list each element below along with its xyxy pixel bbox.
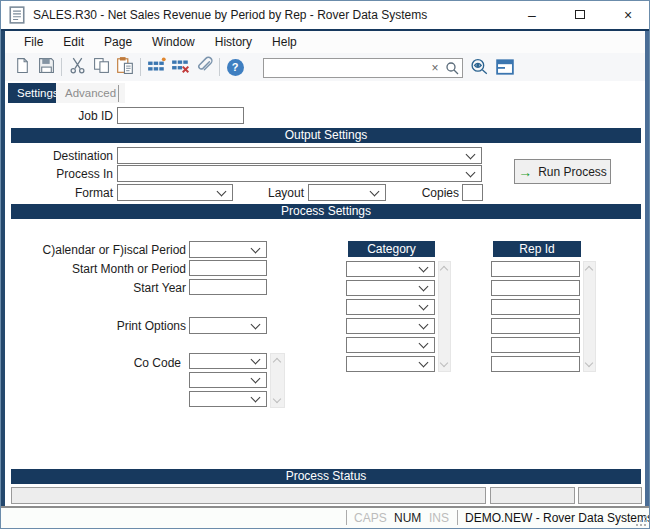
chevron-down-icon xyxy=(370,186,380,196)
chevron-down-icon xyxy=(419,282,429,292)
rep-id-input-5[interactable] xyxy=(491,337,580,353)
scroll-up-icon[interactable] xyxy=(584,266,592,274)
ins-indicator: INS xyxy=(429,506,449,529)
rep-id-input-2[interactable] xyxy=(491,280,580,296)
new-document-button[interactable] xyxy=(10,56,34,78)
category-select-3[interactable] xyxy=(346,299,435,315)
chevron-down-icon xyxy=(251,319,261,329)
statusbar-separator xyxy=(346,510,347,525)
job-id-label: Job ID xyxy=(31,109,113,124)
save-button[interactable] xyxy=(34,56,58,78)
category-select-5[interactable] xyxy=(346,337,435,353)
rep-id-input-3[interactable] xyxy=(491,299,580,315)
category-scrollbar[interactable] xyxy=(438,261,451,372)
cut-scissors-icon xyxy=(69,57,86,78)
num-indicator: NUM xyxy=(394,506,421,529)
print-options-select[interactable] xyxy=(189,317,267,334)
caps-indicator: CAPS xyxy=(354,506,387,529)
co-code-scrollbar[interactable] xyxy=(270,353,285,408)
lookup-eye-button[interactable] xyxy=(469,57,489,80)
menu-history[interactable]: History xyxy=(205,31,262,53)
window-layout-button[interactable] xyxy=(496,59,514,79)
statusbar-context: DEMO.NEW - Rover Data Systems xyxy=(465,506,650,529)
titlebar[interactable]: SALES.R30 - Net Sales Revenue by Period … xyxy=(1,1,650,29)
tab-advanced[interactable]: Advanced xyxy=(56,83,125,103)
start-month-label: Start Month or Period xyxy=(21,262,186,277)
run-arrow-icon: → xyxy=(518,165,532,179)
help-icon: ? xyxy=(227,59,244,76)
cut-button[interactable] xyxy=(65,56,89,78)
app-document-icon xyxy=(9,6,25,28)
scroll-down-icon[interactable] xyxy=(272,395,280,403)
maximize-button[interactable] xyxy=(557,1,603,29)
destination-label: Destination xyxy=(31,149,113,164)
category-select-2[interactable] xyxy=(346,280,435,296)
insert-row-button[interactable] xyxy=(144,56,168,78)
chevron-down-icon xyxy=(419,301,429,311)
resize-grip[interactable] xyxy=(635,513,647,525)
co-code-select-1[interactable] xyxy=(189,353,267,369)
rep-id-input-6[interactable] xyxy=(491,356,580,372)
rep-id-input-1[interactable] xyxy=(491,261,580,277)
print-options-label: Print Options xyxy=(21,319,186,334)
chevron-down-icon xyxy=(466,167,476,177)
attachment-button[interactable] xyxy=(192,56,216,78)
run-process-label: Run Process xyxy=(538,165,607,179)
category-select-4[interactable] xyxy=(346,318,435,334)
search-input[interactable] xyxy=(264,60,428,76)
toolbar-separator xyxy=(219,58,220,76)
copy-button[interactable] xyxy=(89,56,113,78)
menu-window[interactable]: Window xyxy=(142,31,205,53)
help-button[interactable]: ? xyxy=(223,56,247,78)
search-icon[interactable] xyxy=(442,61,462,75)
scroll-down-icon[interactable] xyxy=(439,359,447,367)
rep-id-scrollbar[interactable] xyxy=(583,261,596,372)
chevron-down-icon xyxy=(217,186,227,196)
process-status-panel-3 xyxy=(578,487,642,504)
frame-left-border xyxy=(1,31,5,506)
copies-label: Copies xyxy=(396,186,459,201)
menu-page[interactable]: Page xyxy=(94,31,142,53)
destination-select[interactable] xyxy=(117,147,482,164)
minimize-button[interactable]: – xyxy=(509,1,555,29)
new-document-icon xyxy=(14,57,31,78)
rep-id-input-4[interactable] xyxy=(491,318,580,334)
start-year-label: Start Year xyxy=(21,281,186,296)
co-code-select-2[interactable] xyxy=(189,372,267,388)
co-code-select-3[interactable] xyxy=(189,391,267,407)
tab-separator xyxy=(118,85,119,102)
output-settings-header: Output Settings xyxy=(11,128,641,143)
toolbar-separator xyxy=(140,58,141,76)
paste-button[interactable] xyxy=(113,56,137,78)
job-id-input[interactable] xyxy=(117,107,244,124)
category-select-6[interactable] xyxy=(346,356,435,372)
copy-icon xyxy=(93,57,110,78)
menu-file[interactable]: File xyxy=(14,31,53,53)
process-in-select[interactable] xyxy=(117,165,482,182)
category-select-1[interactable] xyxy=(346,261,435,277)
layout-label: Layout xyxy=(241,186,304,201)
chevron-down-icon xyxy=(251,243,261,253)
layout-select[interactable] xyxy=(308,184,386,201)
menu-help[interactable]: Help xyxy=(262,31,307,53)
chevron-down-icon xyxy=(419,358,429,368)
delete-row-button[interactable] xyxy=(168,56,192,78)
paperclip-icon xyxy=(195,56,213,78)
chevron-down-icon xyxy=(251,393,261,403)
format-select[interactable] xyxy=(117,184,233,201)
process-status-header: Process Status xyxy=(11,469,641,484)
run-process-button[interactable]: → Run Process xyxy=(514,159,611,184)
search-clear-icon[interactable]: × xyxy=(428,61,442,75)
chevron-down-icon xyxy=(466,149,476,159)
start-year-input[interactable] xyxy=(189,279,267,295)
start-month-input[interactable] xyxy=(189,260,267,276)
menu-edit[interactable]: Edit xyxy=(53,31,94,53)
period-type-select[interactable] xyxy=(189,241,267,258)
process-in-label: Process In xyxy=(31,167,113,182)
chevron-down-icon xyxy=(419,320,429,330)
close-button[interactable]: × xyxy=(605,1,650,29)
copies-input[interactable] xyxy=(462,184,483,201)
scroll-down-icon[interactable] xyxy=(584,359,592,367)
scroll-up-icon[interactable] xyxy=(272,358,280,366)
scroll-up-icon[interactable] xyxy=(439,266,447,274)
